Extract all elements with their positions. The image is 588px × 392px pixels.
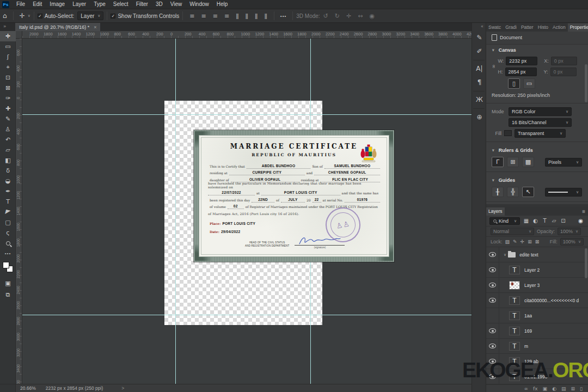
filter-shape-icon[interactable]: ▱ [550, 218, 558, 224]
layer-row[interactable]: ∨edite text [486, 247, 588, 262]
menu-select[interactable]: Select [109, 0, 132, 9]
3d-slide-icon[interactable]: ↔ [354, 13, 366, 20]
delete-layer-icon[interactable]: ▯ [580, 386, 583, 391]
layers-scrollbar[interactable] [585, 248, 587, 278]
menu-edit[interactable]: Edit [29, 0, 46, 9]
link-layers-icon[interactable]: ∞ [524, 386, 529, 391]
layer-effects-icon[interactable]: fx [533, 386, 538, 391]
3d-rotate-icon[interactable]: ↺ [320, 13, 332, 20]
chevron-down-icon[interactable]: ∨ [28, 14, 30, 18]
menu-help[interactable]: Help [213, 0, 232, 9]
menu-filter[interactable]: Filter [132, 0, 152, 9]
object-selection-tool[interactable]: ⌖ [0, 62, 16, 72]
lasso-tool[interactable]: ʃ [0, 52, 16, 62]
horizontal-ruler[interactable]: 2000180016001400120010008006004002000200… [22, 31, 471, 39]
layers-panel-menu-icon[interactable]: ≡ [579, 209, 588, 216]
layer-row[interactable]: TLayer 2 [486, 262, 588, 278]
history-brush-tool[interactable]: ↶ [0, 134, 16, 145]
tab-swatc[interactable]: Swatc [486, 23, 503, 32]
zoom-tool[interactable] [0, 238, 16, 248]
close-icon[interactable]: × [94, 24, 96, 30]
fill-swatch[interactable] [504, 130, 512, 136]
quick-mask-icon[interactable]: ▣ [0, 278, 16, 289]
edit-toolbar-icon[interactable]: ••• [0, 248, 16, 259]
more-options-icon[interactable]: ••• [278, 14, 289, 19]
layer-row[interactable]: Layer 3 [486, 278, 588, 293]
filter-smart-object-icon[interactable]: ⊡ [559, 218, 567, 224]
layer-filter-kind-select[interactable]: Kind ∨ [489, 217, 520, 225]
auto-select-target-dropdown[interactable]: Layer ∨ [77, 11, 103, 20]
text-layer-icon[interactable]: T [509, 311, 520, 320]
blur-tool[interactable]: δ [0, 166, 16, 176]
layer-name[interactable]: cita000000...<<<<<<<<0 d [524, 298, 579, 303]
home-icon[interactable]: ⌂ [0, 12, 10, 20]
gradient-tool[interactable]: ◧ [0, 155, 16, 166]
tab-action[interactable]: Action [550, 23, 568, 32]
layer-name[interactable]: Layer 2 [524, 267, 540, 273]
canvas-height-field[interactable]: 2854 px [505, 68, 537, 76]
menu-type[interactable]: Type [90, 0, 109, 9]
tab-gradi[interactable]: Gradi [503, 23, 519, 32]
clone-stamp-tool[interactable]: ♙ [0, 124, 16, 134]
collapse-section-icon[interactable]: ∨ [492, 178, 495, 182]
text-layer-icon[interactable]: T [509, 266, 520, 274]
layer-mask-icon[interactable]: ▣ [543, 386, 548, 391]
new-group-icon[interactable]: ▤ [561, 386, 566, 391]
layer-name[interactable]: Layer 3 [524, 283, 540, 288]
ruler-toggle-icon[interactable]: Γ [492, 157, 504, 167]
brushes-icon[interactable]: ✐ [472, 45, 487, 58]
move-tool[interactable]: ✛ [0, 31, 16, 41]
lock-all-icon[interactable]: ⊠ [535, 239, 540, 244]
lock-transparency-icon[interactable]: ▨ [505, 239, 510, 244]
layer-name[interactable]: 1aa [524, 313, 532, 318]
layer-name[interactable]: edite text [519, 252, 538, 258]
vertical-guide[interactable] [175, 39, 176, 384]
pixel-grid-toggle-icon[interactable]: ▩ [522, 157, 534, 167]
layer-name[interactable]: 169 [524, 328, 532, 334]
text-layer-icon[interactable]: T [509, 296, 520, 305]
bit-depth-select[interactable]: 16 Bits/Channel ∨ [509, 118, 572, 127]
visibility-toggle[interactable] [486, 293, 499, 308]
pen-tool[interactable]: ✒ [0, 186, 16, 197]
align-left-icon[interactable]: ≡ [186, 13, 198, 20]
ruler-units-select[interactable]: Pixels ∨ [545, 158, 582, 167]
photoshop-logo[interactable]: Ps [2, 1, 9, 8]
crop-tool[interactable]: ⊡ [0, 72, 16, 83]
dodge-tool[interactable]: ◒ [0, 176, 16, 186]
align-center-horizontal-icon[interactable]: ≡ [198, 13, 209, 20]
menu-file[interactable]: File [13, 0, 29, 9]
tab-layers[interactable]: Layers [486, 207, 505, 216]
menu-window[interactable]: Window [186, 0, 213, 9]
adjustment-layer-icon[interactable]: ◐ [552, 386, 556, 391]
fill-select[interactable]: Transparent ∨ [514, 129, 566, 138]
expand-panels-icon[interactable]: « [472, 23, 486, 31]
brush-tool[interactable]: ✎ [0, 114, 16, 124]
zoom-level-field[interactable]: 20.66% [16, 385, 41, 391]
chevron-down-icon[interactable]: ∨ [504, 253, 506, 257]
3d-camera-icon[interactable]: ◉ [366, 13, 378, 20]
auto-select-checkbox[interactable]: ✓ [38, 14, 42, 19]
status-options-arrow[interactable]: > [107, 385, 138, 391]
character-panel-icon[interactable]: A| [472, 62, 487, 76]
visibility-toggle[interactable] [486, 247, 499, 262]
lock-paint-icon[interactable]: ✎ [513, 239, 517, 244]
lock-guides-icon[interactable]: ╬ [507, 187, 519, 197]
eraser-tool[interactable]: ▱ [0, 145, 16, 155]
eyedropper-tool[interactable]: ✑ [0, 93, 16, 103]
portrait-orientation-button[interactable]: ▯ [508, 78, 520, 89]
new-layer-icon[interactable]: ⊞ [571, 386, 575, 391]
menu-layer[interactable]: Layer [69, 0, 90, 9]
layer-row[interactable]: T169 [486, 323, 588, 339]
lock-position-icon[interactable]: ✛ [520, 239, 525, 244]
text-layer-icon[interactable]: T [509, 327, 520, 335]
align-justify-icon[interactable]: ≡ [221, 13, 232, 20]
tab-properties[interactable]: Properties [568, 23, 588, 32]
canvas-width-field[interactable]: 2232 px [506, 57, 537, 65]
libraries-panel-icon[interactable]: ⊕ [472, 111, 487, 124]
toolbar-collapse-icon[interactable]: » [3, 23, 7, 29]
marquee-tool[interactable]: ▭ [0, 41, 16, 52]
filter-adjustment-icon[interactable]: ◐ [531, 218, 540, 224]
filter-type-icon[interactable]: T [541, 218, 549, 224]
screen-mode-icon[interactable]: ⧉ [0, 290, 16, 300]
document-tab[interactable]: Italy id.psd @ 20.7% (RGB/16) * × [15, 23, 100, 31]
